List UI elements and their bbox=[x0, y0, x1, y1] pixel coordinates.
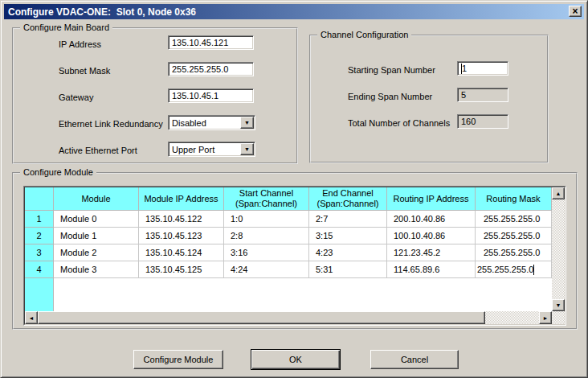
scroll-right-button[interactable]: ► bbox=[539, 311, 552, 324]
configure-module-button[interactable]: Configure Module bbox=[133, 350, 223, 369]
cell-module-ip[interactable]: 135.10.45.124 bbox=[139, 244, 224, 261]
row-header[interactable]: 3 bbox=[25, 244, 54, 261]
subnet-mask-label: Subnet Mask bbox=[59, 66, 110, 76]
ethernet-link-redundancy-label: Ethernet Link Redundancy bbox=[59, 119, 163, 129]
cell-routing-ip[interactable]: 100.10.40.86 bbox=[387, 228, 476, 244]
cancel-button-label: Cancel bbox=[401, 355, 428, 364]
cell-routing-mask[interactable]: 255.255.255.0 bbox=[476, 211, 552, 228]
grid-empty-area[interactable] bbox=[54, 278, 552, 311]
cell-end-channel[interactable]: 4:23 bbox=[309, 244, 387, 261]
row-header[interactable]: 4 bbox=[25, 261, 54, 278]
ethernet-link-redundancy-value: Disabled bbox=[169, 118, 239, 128]
cell-routing-mask-editing[interactable]: 255.255.255.0 bbox=[476, 261, 552, 278]
cell-routing-ip[interactable]: 114.65.89.6 bbox=[387, 261, 476, 278]
cell-routing-mask[interactable]: 255.255.255.0 bbox=[476, 244, 552, 261]
active-ethernet-port-select[interactable]: Upper Port ▼ bbox=[168, 142, 255, 157]
ok-button[interactable]: OK bbox=[251, 349, 341, 370]
module-table: Module Module IP Address Start Channel (… bbox=[23, 186, 566, 326]
total-channels-label: Total Number of Channels bbox=[348, 118, 450, 128]
scroll-down-icon: ▼ bbox=[556, 302, 561, 308]
horizontal-scrollbar[interactable]: ◄ ► bbox=[25, 311, 552, 324]
active-ethernet-port-label: Active Ethernet Port bbox=[59, 146, 137, 155]
title-bar[interactable]: Configure VDAC-ONE: Slot 0, Node 0x36 × bbox=[4, 4, 584, 19]
cell-module[interactable]: Module 1 bbox=[54, 228, 139, 244]
scroll-left-icon: ◄ bbox=[29, 315, 35, 321]
cell-module-ip[interactable]: 135.10.45.125 bbox=[139, 261, 224, 278]
gateway-value: 135.10.45.1 bbox=[172, 91, 218, 101]
header-module: Module bbox=[54, 187, 139, 211]
cell-end-channel[interactable]: 5:31 bbox=[309, 261, 387, 278]
ethernet-link-redundancy-dropdown-button[interactable]: ▼ bbox=[240, 117, 254, 129]
cell-module-ip[interactable]: 135.10.45.122 bbox=[139, 211, 224, 228]
scroll-down-button[interactable]: ▼ bbox=[552, 299, 565, 311]
cell-module-ip[interactable]: 135.10.45.123 bbox=[139, 228, 224, 244]
group-configure-module-title: Configure Module bbox=[20, 167, 96, 177]
active-ethernet-port-value: Upper Port bbox=[169, 145, 239, 154]
module-grid: Module Module IP Address Start Channel (… bbox=[25, 187, 552, 311]
cell-end-channel[interactable]: 3:15 bbox=[309, 228, 387, 244]
ending-span-field: 5 bbox=[457, 88, 508, 102]
subnet-mask-field[interactable]: 255.255.255.0 bbox=[168, 62, 254, 76]
configure-module-button-label: Configure Module bbox=[144, 355, 214, 364]
horizontal-scrollbar-track[interactable] bbox=[485, 311, 539, 324]
gateway-label: Gateway bbox=[59, 92, 93, 102]
cell-end-channel[interactable]: 2:7 bbox=[309, 211, 387, 228]
ip-address-value: 135.10.45.121 bbox=[172, 38, 228, 47]
gateway-field[interactable]: 135.10.45.1 bbox=[168, 88, 254, 103]
total-channels-field: 160 bbox=[457, 114, 508, 129]
scroll-left-button[interactable]: ◄ bbox=[25, 311, 38, 324]
cell-routing-mask-value: 255.255.255.0 bbox=[477, 265, 533, 274]
window-title: Configure VDAC-ONE: Slot 0, Node 0x36 bbox=[4, 6, 196, 18]
cell-routing-ip[interactable]: 200.10.40.86 bbox=[387, 211, 476, 228]
starting-span-field[interactable]: 1 bbox=[457, 61, 508, 76]
horizontal-scrollbar-thumb[interactable] bbox=[38, 311, 485, 324]
ending-span-value: 5 bbox=[461, 90, 466, 100]
subnet-mask-value: 255.255.255.0 bbox=[172, 64, 228, 74]
row-header-empty[interactable] bbox=[25, 278, 54, 311]
cell-module[interactable]: Module 2 bbox=[54, 244, 139, 261]
scroll-up-button[interactable]: ▲ bbox=[552, 187, 565, 199]
scroll-right-icon: ► bbox=[543, 315, 549, 321]
header-module-ip: Module IP Address bbox=[139, 187, 224, 211]
cell-module[interactable]: Module 3 bbox=[54, 261, 139, 278]
header-routing-mask: Routing Mask bbox=[476, 187, 552, 211]
cell-module[interactable]: Module 0 bbox=[54, 211, 139, 228]
cell-routing-ip[interactable]: 121.23.45.2 bbox=[387, 244, 476, 261]
header-end-channel: End Channel (Span:Channel) bbox=[309, 187, 387, 211]
active-ethernet-port-dropdown-button[interactable]: ▼ bbox=[240, 143, 254, 155]
close-icon: × bbox=[572, 7, 578, 15]
header-row-number bbox=[25, 187, 54, 211]
module-table-inner: Module Module IP Address Start Channel (… bbox=[24, 187, 566, 325]
cell-routing-mask[interactable]: 255.255.255.0 bbox=[476, 228, 552, 244]
cell-start-channel[interactable]: 4:24 bbox=[224, 261, 309, 278]
starting-span-label: Starting Span Number bbox=[348, 65, 435, 75]
row-header[interactable]: 1 bbox=[25, 211, 54, 228]
chevron-down-icon: ▼ bbox=[244, 120, 250, 125]
total-channels-value: 160 bbox=[461, 117, 476, 126]
ethernet-link-redundancy-select[interactable]: Disabled ▼ bbox=[168, 115, 255, 130]
cell-start-channel[interactable]: 2:8 bbox=[224, 228, 309, 244]
close-button[interactable]: × bbox=[569, 6, 582, 17]
vertical-scrollbar[interactable]: ▲ ▼ bbox=[552, 187, 565, 311]
ip-address-label: IP Address bbox=[59, 39, 101, 49]
cell-start-channel[interactable]: 3:16 bbox=[224, 244, 309, 261]
text-cursor bbox=[533, 265, 534, 275]
header-routing-ip: Routing IP Address bbox=[387, 187, 476, 211]
starting-span-value: 1 bbox=[462, 64, 467, 73]
group-channel-configuration-title: Channel Configuration bbox=[317, 30, 411, 39]
ip-address-field[interactable]: 135.10.45.121 bbox=[168, 35, 254, 50]
group-main-board-title: Configure Main Board bbox=[20, 23, 112, 32]
ok-button-label: OK bbox=[289, 355, 302, 364]
scrollbar-corner bbox=[552, 311, 565, 324]
header-start-channel: Start Channel (Span:Channel) bbox=[224, 187, 309, 211]
cell-start-channel[interactable]: 1:0 bbox=[224, 211, 309, 228]
row-header[interactable]: 2 bbox=[25, 228, 54, 244]
chevron-down-icon: ▼ bbox=[244, 146, 250, 152]
scroll-up-icon: ▲ bbox=[556, 191, 561, 196]
dialog-window: Configure VDAC-ONE: Slot 0, Node 0x36 × … bbox=[0, 0, 588, 378]
ending-span-label: Ending Span Number bbox=[348, 92, 432, 101]
cancel-button[interactable]: Cancel bbox=[370, 350, 459, 369]
